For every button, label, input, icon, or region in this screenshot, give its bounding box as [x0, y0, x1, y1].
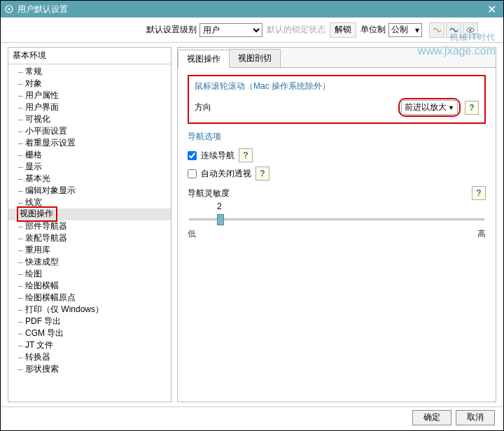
svg-point-3	[470, 29, 472, 31]
continuous-nav-checkbox[interactable]	[188, 151, 197, 160]
tree-item[interactable]: –用户界面	[8, 101, 171, 113]
nav-section-title: 导航选项	[188, 131, 486, 143]
titlebar: 用户默认设置 ✕	[1, 1, 503, 17]
tree-item[interactable]: –重用库	[8, 244, 171, 256]
help-icon[interactable]: ?	[472, 186, 486, 200]
tree-item[interactable]: –CGM 导出	[8, 327, 171, 339]
tree-item[interactable]: –转换器	[8, 351, 171, 363]
slider-thumb[interactable]	[217, 214, 224, 225]
level-label: 默认设置级别	[146, 24, 197, 36]
continuous-nav-label: 连续导航	[201, 150, 234, 162]
tree-item[interactable]: –打印（仅 Windows）	[8, 304, 171, 316]
sidebar-caption: 基本环境	[8, 48, 171, 64]
scroll-section-title: 鼠标滚轮滚动（Mac 操作系统除外）	[195, 80, 479, 92]
tree-item[interactable]: –可视化	[8, 113, 171, 125]
tree-item[interactable]: –着重显示设置	[8, 137, 171, 149]
tree-item[interactable]: –栅格	[8, 149, 171, 161]
tree-item[interactable]: –装配导航器	[8, 232, 171, 244]
sensitivity-value: 2	[217, 202, 486, 211]
tool-icon-1[interactable]	[429, 22, 444, 38]
direction-label: 方向	[195, 101, 211, 113]
main-panel: 视图操作视图剖切 鼠标滚轮滚动（Mac 操作系统除外） 方向 前进以放大 ▼ ?	[177, 47, 496, 402]
lock-state-label: 默认的锁定状态	[267, 24, 326, 36]
tree-item[interactable]: –显示	[8, 161, 171, 173]
svg-point-1	[8, 8, 10, 10]
tree-item[interactable]: –快速成型	[8, 256, 171, 268]
toolbar: 默认设置级别 用户 默认的锁定状态 解锁 单位制 公制▾	[1, 17, 503, 43]
unit-label: 单位制	[360, 24, 386, 36]
unit-select[interactable]: 公制▾	[388, 23, 422, 37]
tree-item[interactable]: –PDF 导出	[8, 316, 171, 327]
tabstrip: 视图操作视图剖切	[178, 48, 496, 68]
tree-item[interactable]: –绘图	[8, 268, 171, 280]
cancel-button[interactable]: 取消	[456, 410, 495, 425]
tool-icon-2[interactable]	[446, 22, 461, 38]
level-select[interactable]: 用户	[200, 23, 262, 37]
tree-item[interactable]: –小平面设置	[8, 125, 171, 137]
tree-item[interactable]: 视图操作	[8, 209, 171, 220]
slider-low: 低	[188, 228, 196, 240]
help-icon[interactable]: ?	[239, 148, 253, 162]
gear-icon	[5, 5, 13, 13]
direction-dropdown[interactable]: 前进以放大 ▼	[401, 100, 458, 115]
sidebar: 基本环境 –常规–对象–用户属性–用户界面–可视化–小平面设置–着重显示设置–栅…	[8, 47, 172, 402]
tree-item[interactable]: –常规	[8, 66, 171, 78]
lock-button[interactable]: 解锁	[330, 22, 356, 38]
sensitivity-label: 导航灵敏度	[188, 188, 230, 199]
footer: 确定 取消	[1, 407, 503, 428]
direction-dropdown-highlight: 前进以放大 ▼	[398, 98, 461, 117]
tree-item[interactable]: –部件导航器	[8, 220, 171, 232]
tree-item[interactable]: –绘图横幅原点	[8, 292, 171, 304]
tree-item[interactable]: –绘图横幅	[8, 280, 171, 292]
close-icon[interactable]: ✕	[484, 3, 499, 16]
tree-item[interactable]: –对象	[8, 78, 171, 90]
content: 鼠标滚轮滚动（Mac 操作系统除外） 方向 前进以放大 ▼ ? 导航选项	[178, 68, 496, 402]
autoclose-label: 自动关闭透视	[201, 168, 251, 180]
tree-item[interactable]: –编辑对象显示	[8, 185, 171, 197]
autoclose-checkbox[interactable]	[188, 169, 197, 178]
sensitivity-slider[interactable]	[189, 213, 484, 225]
slider-high: 高	[477, 228, 486, 240]
help-icon[interactable]: ?	[465, 101, 479, 115]
help-icon[interactable]: ?	[255, 167, 270, 181]
tree: –常规–对象–用户属性–用户界面–可视化–小平面设置–着重显示设置–栅格–显示–…	[8, 64, 171, 376]
tool-icon-3[interactable]	[463, 22, 478, 38]
tree-item[interactable]: –形状搜索	[8, 363, 171, 375]
chevron-down-icon: ▼	[448, 104, 454, 111]
tab[interactable]: 视图操作	[178, 50, 230, 68]
tree-item[interactable]: –基本光	[8, 173, 171, 185]
ok-button[interactable]: 确定	[412, 410, 451, 425]
window-title: 用户默认设置	[18, 3, 484, 15]
tree-item[interactable]: –JT 文件	[8, 339, 171, 351]
scroll-section-highlight: 鼠标滚轮滚动（Mac 操作系统除外） 方向 前进以放大 ▼ ?	[188, 75, 486, 124]
chevron-down-icon: ▾	[415, 25, 419, 35]
tab[interactable]: 视图剖切	[229, 49, 281, 67]
tree-item[interactable]: –用户属性	[8, 90, 171, 101]
